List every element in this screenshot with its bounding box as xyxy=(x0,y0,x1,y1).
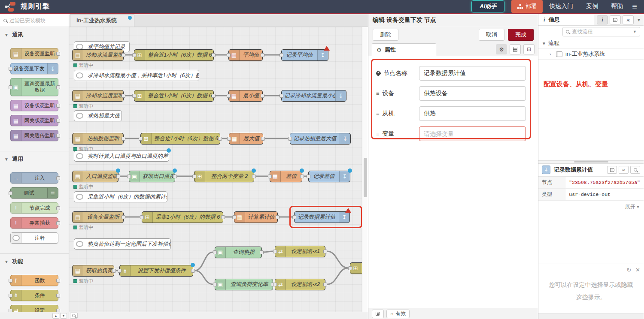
input-port[interactable] xyxy=(307,175,310,178)
device-input[interactable] xyxy=(419,86,526,101)
input-port[interactable] xyxy=(288,137,292,141)
input-port[interactable] xyxy=(9,279,12,283)
output-port[interactable] xyxy=(323,283,327,286)
menu-icon[interactable]: ≡ xyxy=(632,2,637,12)
scrollbar-handle[interactable] xyxy=(364,158,367,197)
output-port[interactable] xyxy=(260,250,264,254)
done-button[interactable]: 完成 xyxy=(508,29,534,41)
palette-node[interactable]: ▤网关状态监听 xyxy=(10,115,58,126)
join-node[interactable]: ⊞整合近1小时（6次）数据 6 xyxy=(134,90,214,102)
palette-node[interactable]: →注入 xyxy=(10,172,58,184)
calc-node[interactable]: ▦计算累计值 xyxy=(234,211,278,223)
input-port[interactable] xyxy=(140,215,144,219)
comment-node[interactable]: 求冷却水流程最小值，采样率近1小时（6次）数据 xyxy=(74,70,199,81)
palette-node[interactable]: ▣查询变量最新数据 xyxy=(10,78,58,96)
canvas-vertical-scrollbar[interactable] xyxy=(362,27,368,312)
appearance-view-button[interactable]: ⊡ xyxy=(523,44,535,54)
palette-node[interactable]: ⋔条件 xyxy=(10,290,58,301)
output-port[interactable] xyxy=(122,137,125,141)
palette-node[interactable]: ▤设备状态监听 xyxy=(10,100,58,111)
nav-cases[interactable]: 案例 xyxy=(586,3,598,10)
canvas-search-button[interactable] xyxy=(70,313,78,319)
deploy-button[interactable]: 部署 xyxy=(511,0,543,13)
palette-scroll-down-button[interactable]: ▼ xyxy=(60,313,67,319)
palette-node[interactable]: ƒ函数 xyxy=(10,275,58,286)
cancel-button[interactable]: 取消 xyxy=(479,29,504,41)
output-port[interactable] xyxy=(56,309,60,312)
input-port[interactable] xyxy=(213,283,217,286)
output-port[interactable] xyxy=(191,269,195,273)
output-port[interactable] xyxy=(261,94,264,98)
nav-help[interactable]: 帮助 xyxy=(611,3,623,10)
output-port[interactable] xyxy=(56,206,60,210)
calc-node[interactable]: ▦最小值 xyxy=(228,90,263,102)
device-out-node[interactable]: 记录热损量最大值↧ xyxy=(290,133,351,144)
device-out-node[interactable]: 记录平均值↧ xyxy=(281,49,328,61)
palette-section-header[interactable]: ▼通讯 xyxy=(0,27,69,42)
output-port[interactable] xyxy=(300,175,304,178)
node-search-button[interactable] xyxy=(630,166,640,174)
device-out-node[interactable]: 记录差值↧ xyxy=(308,171,350,182)
join-node[interactable]: ⊞整合两个变量 2 xyxy=(194,171,254,182)
output-port[interactable] xyxy=(56,104,60,108)
properties-view-button[interactable]: ⚙ xyxy=(496,44,507,54)
output-port[interactable] xyxy=(122,94,125,98)
output-port[interactable] xyxy=(56,176,60,180)
enabled-toggle[interactable]: ○有效 xyxy=(386,310,410,318)
output-port[interactable] xyxy=(56,52,60,56)
close-icon[interactable]: ✕ xyxy=(635,267,640,273)
alias-node[interactable]: ⇄设定别名-x2 xyxy=(275,279,325,290)
input-port[interactable] xyxy=(213,250,217,254)
query-node[interactable]: ▣查询热损 xyxy=(215,247,262,258)
comment-node[interactable]: 求热损最大值 xyxy=(74,110,122,121)
output-port[interactable] xyxy=(56,134,60,138)
palette-node[interactable]: ▤设备变量监听 xyxy=(10,48,58,59)
input-port[interactable] xyxy=(227,94,231,98)
node-name-input[interactable] xyxy=(419,66,526,81)
input-port[interactable] xyxy=(348,266,352,270)
device-in-node[interactable]: ▤入口温度监听监听中 xyxy=(72,171,118,182)
sidebar-splitter[interactable] xyxy=(538,160,644,164)
input-port[interactable] xyxy=(273,250,277,253)
output-port[interactable] xyxy=(276,215,279,219)
input-port[interactable] xyxy=(227,137,231,141)
input-port[interactable] xyxy=(132,94,136,98)
palette-filter-input[interactable] xyxy=(9,18,76,24)
output-port[interactable] xyxy=(56,294,60,298)
tree-flow-item[interactable]: › in-工业热水系统 xyxy=(538,49,644,60)
device-out-node[interactable]: 记录冷却水流量最小值↧ xyxy=(281,90,346,102)
input-port[interactable] xyxy=(139,137,143,141)
tree-flows-root[interactable]: ▼ 流程 xyxy=(538,38,644,49)
calc-node[interactable]: ▦最大值 xyxy=(229,133,263,144)
flow-search-input[interactable]: 查找流程 ▼ xyxy=(562,27,640,36)
query-node[interactable]: ▣查询负荷变化率 xyxy=(215,279,273,290)
node-docs-button[interactable] xyxy=(607,166,617,174)
input-port[interactable] xyxy=(227,53,231,57)
device-out-node[interactable]: 记录数据累计值↧ xyxy=(294,211,350,223)
input-port[interactable] xyxy=(127,175,131,178)
palette-node[interactable]: ⇄设定 xyxy=(10,305,58,312)
palette-section-header[interactable]: ▼通用 xyxy=(0,151,69,167)
output-port[interactable] xyxy=(173,175,177,178)
input-port[interactable] xyxy=(279,53,283,57)
comment-node[interactable]: 热负荷值达到一定范围后下发补偿值 xyxy=(74,238,171,250)
output-port[interactable] xyxy=(56,85,60,89)
device-in-node[interactable]: ▤冷却水流量监听监听中 xyxy=(72,49,124,61)
input-port[interactable] xyxy=(132,53,136,57)
join-node[interactable]: ⊞整合近1小时（6次）数据 6 xyxy=(140,133,220,144)
flow-tab[interactable]: in-工业热水系统 xyxy=(70,14,134,27)
tab-properties[interactable]: ⚙ 属性 xyxy=(372,43,436,56)
input-port[interactable] xyxy=(9,191,12,195)
info-tab-button[interactable]: i xyxy=(597,15,608,24)
join-node[interactable]: ⊞整合近1小时（6次）数据 6 xyxy=(134,49,214,61)
output-port[interactable] xyxy=(122,215,125,219)
device-in-node[interactable]: ▤设备变量监听监听中 xyxy=(72,211,124,223)
flow-canvas[interactable]: 求平均值并记录求冷却水流程最小值，采样率近1小时（6次）数据求热损最大值实时计算… xyxy=(69,27,362,312)
input-port[interactable] xyxy=(118,269,122,273)
variable-input[interactable] xyxy=(419,126,526,141)
output-port[interactable] xyxy=(261,137,265,141)
input-port[interactable] xyxy=(273,283,277,286)
calc-node[interactable]: ▦差值 xyxy=(270,171,302,182)
output-port[interactable] xyxy=(112,269,116,273)
calc-node[interactable]: ▦平均值 xyxy=(228,49,263,61)
